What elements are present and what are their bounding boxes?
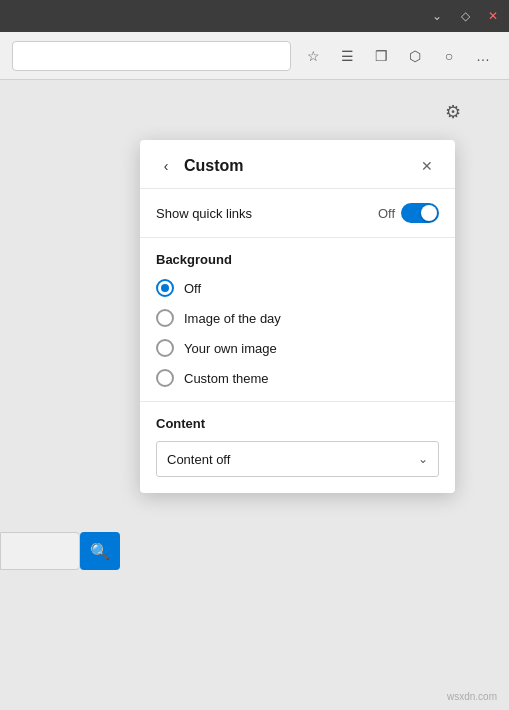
toggle-container: Off [378,203,439,223]
collections-icon[interactable]: ❒ [367,42,395,70]
background-section-title: Background [156,252,439,267]
radio-custom-theme[interactable]: Custom theme [156,369,439,387]
background-section: Background Off Image of the day Your own… [140,238,455,401]
browser-chrome: ☆ ☰ ❒ ⬡ ○ … [0,32,509,80]
more-options-icon[interactable]: … [469,42,497,70]
close-window-button[interactable]: ✕ [481,4,505,28]
radio-dot-off [161,284,169,292]
share-icon[interactable]: ⬡ [401,42,429,70]
title-bar-controls: ⌄ ◇ ✕ [425,4,505,28]
content-section-title: Content [156,416,439,431]
radio-label-off: Off [184,281,201,296]
quick-links-row: Show quick links Off [140,189,455,238]
search-button[interactable]: 🔍 [80,532,120,570]
quick-links-label: Show quick links [156,206,252,221]
reading-list-icon[interactable]: ☰ [333,42,361,70]
radio-circle-off [156,279,174,297]
toolbar-icons: ☆ ☰ ❒ ⬡ ○ … [299,42,497,70]
panel-header-left: ‹ Custom [156,156,244,176]
quick-links-toggle[interactable] [401,203,439,223]
dropdown-arrow-icon: ⌄ [418,452,428,466]
settings-gear-button[interactable]: ⚙ [437,96,469,128]
content-dropdown[interactable]: Content off ⌄ [156,441,439,477]
radio-label-custom-theme: Custom theme [184,371,269,386]
search-input[interactable] [0,532,80,570]
content-section: Content Content off ⌄ [140,401,455,493]
radio-off[interactable]: Off [156,279,439,297]
watermark: wsxdn.com [447,691,497,702]
radio-label-image-of-day: Image of the day [184,311,281,326]
content-dropdown-label: Content off [167,452,230,467]
restore-button[interactable]: ◇ [453,4,477,28]
toggle-off-label: Off [378,206,395,221]
favorites-icon[interactable]: ☆ [299,42,327,70]
minimize-button[interactable]: ⌄ [425,4,449,28]
toggle-knob [421,205,437,221]
gear-area: ⚙ [437,96,469,128]
background-radio-group: Off Image of the day Your own image Cust… [156,279,439,387]
panel-header: ‹ Custom ✕ [140,140,455,189]
main-area: ⚙ 🔍 ‹ Custom ✕ Show quick links O [0,80,509,710]
back-button[interactable]: ‹ [156,156,176,176]
custom-panel: ‹ Custom ✕ Show quick links Off Backgrou… [140,140,455,493]
panel-close-button[interactable]: ✕ [415,154,439,178]
radio-circle-image-of-day [156,309,174,327]
radio-circle-custom-theme [156,369,174,387]
search-icon: 🔍 [90,542,110,561]
radio-circle-your-own-image [156,339,174,357]
radio-your-own-image[interactable]: Your own image [156,339,439,357]
panel-title: Custom [184,157,244,175]
profile-icon[interactable]: ○ [435,42,463,70]
address-bar[interactable] [12,41,291,71]
title-bar: ⌄ ◇ ✕ [0,0,509,32]
radio-label-your-own-image: Your own image [184,341,277,356]
search-area: 🔍 [0,532,120,570]
radio-image-of-day[interactable]: Image of the day [156,309,439,327]
